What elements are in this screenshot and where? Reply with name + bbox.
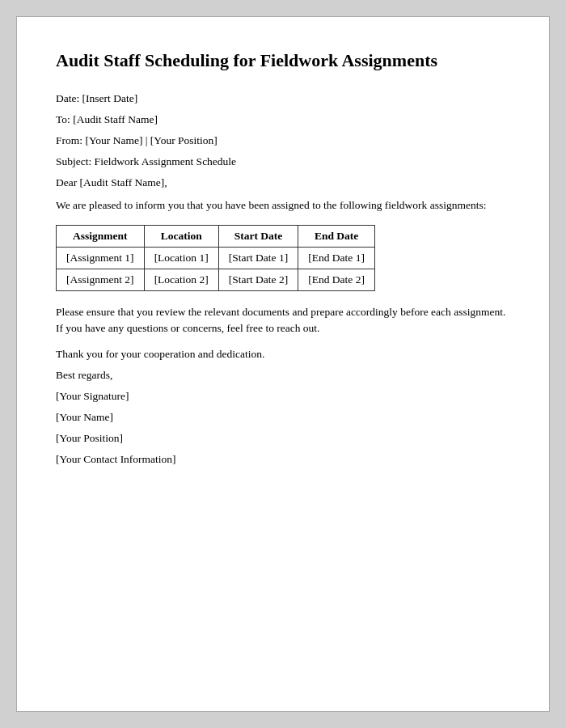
your-name-line: [Your Name] — [56, 411, 510, 424]
table-cell-r1-c3: [End Date 2] — [298, 269, 375, 290]
signature-line: [Your Signature] — [56, 390, 510, 403]
contact-info-line: [Your Contact Information] — [56, 453, 510, 466]
table-cell-r1-c1: [Location 2] — [144, 269, 218, 290]
closing-section: Thank you for your cooperation and dedic… — [56, 348, 510, 466]
table-header-row: Assignment Location Start Date End Date — [57, 225, 375, 247]
table-cell-r0-c1: [Location 1] — [144, 247, 218, 269]
table-row: [Assignment 2][Location 2][Start Date 2]… — [57, 269, 375, 290]
table-cell-r0-c2: [Start Date 1] — [218, 247, 298, 269]
table-cell-r0-c3: [End Date 1] — [298, 247, 375, 269]
thank-you-line: Thank you for your cooperation and dedic… — [56, 348, 510, 361]
body-text: Please ensure that you review the releva… — [56, 304, 510, 337]
table-cell-r0-c0: [Assignment 1] — [57, 247, 145, 269]
document-title: Audit Staff Scheduling for Fieldwork Ass… — [56, 49, 510, 73]
table-cell-r1-c0: [Assignment 2] — [57, 269, 145, 290]
table-body: [Assignment 1][Location 1][Start Date 1]… — [57, 247, 375, 290]
table-row: [Assignment 1][Location 1][Start Date 1]… — [57, 247, 375, 269]
dear-line: Dear [Audit Staff Name], — [56, 176, 510, 189]
subject-line: Subject: Fieldwork Assignment Schedule — [56, 155, 510, 168]
col-header-location: Location — [144, 225, 218, 247]
table-cell-r1-c2: [Start Date 2] — [218, 269, 298, 290]
best-regards-line: Best regards, — [56, 369, 510, 382]
col-header-end-date: End Date — [298, 225, 375, 247]
date-line: Date: [Insert Date] — [56, 92, 510, 105]
assignments-table: Assignment Location Start Date End Date … — [56, 225, 375, 291]
from-line: From: [Your Name] | [Your Position] — [56, 134, 510, 147]
col-header-start-date: Start Date — [218, 225, 298, 247]
document-container: Audit Staff Scheduling for Fieldwork Ass… — [16, 16, 550, 712]
intro-text: We are pleased to inform you that you ha… — [56, 197, 510, 214]
your-position-line: [Your Position] — [56, 432, 510, 445]
to-line: To: [Audit Staff Name] — [56, 113, 510, 126]
col-header-assignment: Assignment — [57, 225, 145, 247]
